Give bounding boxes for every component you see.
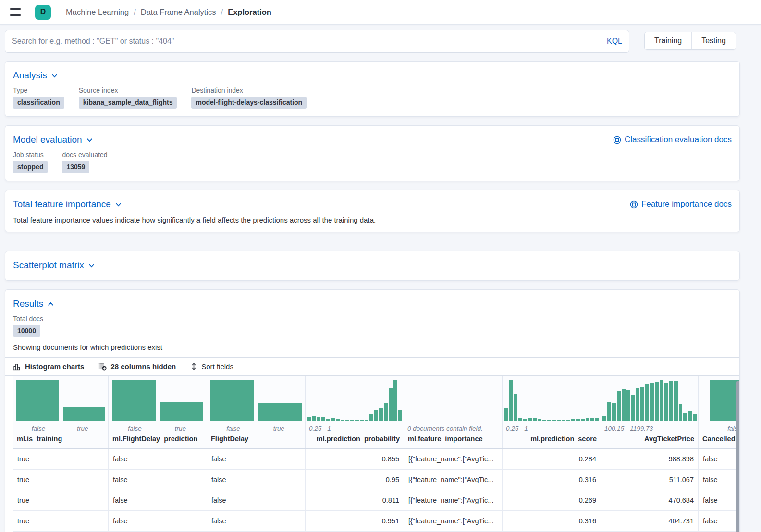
histogram-bar — [710, 380, 740, 421]
histogram-bar — [693, 414, 697, 421]
column-header-ml.is_training[interactable]: falsetrueml.is_training — [13, 376, 109, 448]
grid-cell[interactable]: 0.316 — [503, 511, 601, 531]
histogram-bar — [350, 420, 354, 421]
grid-cell[interactable]: [{"feature_name":["AvgTic... — [404, 470, 503, 490]
grid-cell[interactable]: [{"feature_name":["AvgTic... — [404, 449, 503, 469]
grid-cell[interactable]: 988.898 — [601, 449, 699, 469]
field-label: Source index — [79, 87, 177, 94]
grid-cell[interactable]: 470.684 — [601, 490, 699, 510]
grid-cell[interactable]: false — [207, 449, 306, 469]
column-header-AvgTicketPrice[interactable]: 100.15 - 1199.73AvgTicketPrice — [601, 376, 699, 448]
column-header-ml.prediction_probability[interactable]: 0.25 - 1ml.prediction_probability — [306, 376, 404, 448]
grid-cell[interactable]: 511.067 — [601, 470, 699, 490]
column-header-ml.prediction_score[interactable]: 0.25 - 1ml.prediction_score — [503, 376, 601, 448]
histogram-bar — [547, 420, 551, 421]
destination-index-badge: model-flight-delays-classification — [191, 97, 307, 109]
category-label: true — [256, 425, 302, 434]
grid-cell[interactable]: true — [13, 470, 109, 490]
histogram-bar — [331, 418, 335, 421]
grid-cell[interactable]: false — [699, 470, 740, 490]
histogram-range-label: falsetrue — [109, 425, 207, 434]
histogram-bar — [612, 403, 616, 421]
breadcrumb-separator: / — [221, 8, 223, 17]
grid-cell[interactable]: 0.951 — [306, 511, 404, 531]
training-filter-button[interactable]: Training — [645, 32, 691, 49]
histogram-bar — [607, 402, 611, 421]
grid-cell[interactable]: false — [699, 511, 740, 531]
column-histogram — [503, 380, 601, 421]
classification-evaluation-docs-link[interactable]: Classification evaluation docs — [613, 135, 732, 145]
histogram-bar — [160, 402, 204, 421]
sort-fields-button[interactable]: Sort fields — [190, 362, 233, 371]
histogram-range-label: 0 documents contain field. — [404, 425, 502, 434]
grid-cell[interactable]: [{"feature_name":["AvgTic... — [404, 490, 503, 510]
grid-cell[interactable]: 0.269 — [503, 490, 601, 510]
grid-cell[interactable]: true — [13, 490, 109, 510]
vertical-scrollbar[interactable] — [736, 381, 740, 532]
histogram-bar — [514, 394, 517, 421]
histogram-bar — [645, 384, 649, 421]
column-header-FlightDelay[interactable]: falsetrueFlightDelay — [207, 376, 306, 448]
column-header-ml.FlightDelay_prediction[interactable]: falsetrueml.FlightDelay_prediction — [109, 376, 207, 448]
grid-cell[interactable]: false — [109, 490, 207, 510]
column-header-Cancelled[interactable]: falseCancelled — [699, 376, 740, 448]
histogram-bar — [307, 417, 311, 421]
table-row: truefalsefalse0.855[{"feature_name":["Av… — [13, 449, 740, 470]
grid-cell[interactable]: false — [699, 490, 740, 510]
results-panel-toggle[interactable]: Results — [13, 297, 732, 310]
scatterplot-matrix-title: Scatterplot matrix — [13, 259, 84, 272]
results-subtitle: Showing documents for which predictions … — [13, 343, 732, 351]
kql-selector[interactable]: KQL — [607, 37, 622, 46]
histogram-bar — [509, 380, 513, 421]
total-feature-importance-panel-toggle[interactable]: Total feature importance — [13, 198, 122, 210]
feature-importance-docs-link[interactable]: Feature importance docs — [630, 199, 732, 209]
analysis-panel-toggle[interactable]: Analysis — [13, 69, 732, 82]
grid-cell[interactable]: true — [13, 511, 109, 531]
histogram-bar — [590, 418, 594, 421]
histogram-bar — [557, 420, 561, 421]
grid-cell[interactable]: false — [109, 449, 207, 469]
histogram-bar — [650, 383, 654, 421]
menu-icon[interactable] — [6, 2, 25, 22]
histogram-range-label: 0.25 - 1 — [306, 425, 404, 434]
histogram-bar — [576, 419, 580, 421]
grid-cell[interactable]: false — [699, 449, 740, 469]
histogram-bar — [636, 388, 639, 421]
grid-cell[interactable]: false — [109, 511, 207, 531]
columns-hidden-button[interactable]: 28 columns hidden — [98, 362, 176, 371]
source-index-badge: kibana_sample_data_flights — [79, 97, 177, 109]
histogram-bar — [398, 410, 402, 421]
breadcrumb-machine-learning[interactable]: Machine Learning — [66, 8, 129, 17]
grid-cell[interactable]: [{"feature_name":["AvgTic... — [404, 511, 503, 531]
grid-cell[interactable]: 404.731 — [601, 511, 699, 531]
grid-cell[interactable]: false — [109, 470, 207, 490]
grid-cell[interactable]: 0.284 — [503, 449, 601, 469]
grid-cell[interactable]: 0.95 — [306, 470, 404, 490]
grid-cell[interactable]: true — [13, 449, 109, 469]
histogram-icon — [13, 362, 21, 371]
field-docs-evaluated: docs evaluated 13059 — [62, 151, 107, 173]
grid-cell[interactable]: 0.316 — [503, 470, 601, 490]
grid-cell[interactable]: false — [207, 490, 306, 510]
histogram-bar — [63, 407, 105, 421]
column-header-ml.feature_importance[interactable]: 0 documents contain field.ml.feature_imp… — [404, 376, 503, 448]
search-box[interactable]: KQL — [5, 30, 629, 53]
histogram-charts-button[interactable]: Histogram charts — [13, 362, 84, 371]
grid-cell[interactable]: false — [207, 511, 306, 531]
search-input[interactable] — [12, 37, 601, 46]
histogram-range-label: 0.25 - 1 — [503, 425, 601, 434]
chevron-down-icon — [88, 262, 95, 269]
grid-header: falsetrueml.is_trainingfalsetrueml.Fligh… — [13, 376, 740, 449]
histogram-bar — [679, 404, 683, 421]
grid-cell[interactable]: 0.811 — [306, 490, 404, 510]
divider — [57, 3, 57, 21]
space-avatar[interactable]: D — [35, 5, 51, 20]
scatterplot-matrix-panel-toggle[interactable]: Scatterplot matrix — [13, 259, 732, 272]
grid-cell[interactable]: 0.855 — [306, 449, 404, 469]
divider — [27, 3, 27, 21]
results-title: Results — [13, 297, 43, 310]
model-evaluation-panel-toggle[interactable]: Model evaluation — [13, 134, 93, 146]
testing-filter-button[interactable]: Testing — [691, 32, 736, 49]
grid-cell[interactable]: false — [207, 470, 306, 490]
breadcrumb-data-frame-analytics[interactable]: Data Frame Analytics — [141, 8, 216, 17]
